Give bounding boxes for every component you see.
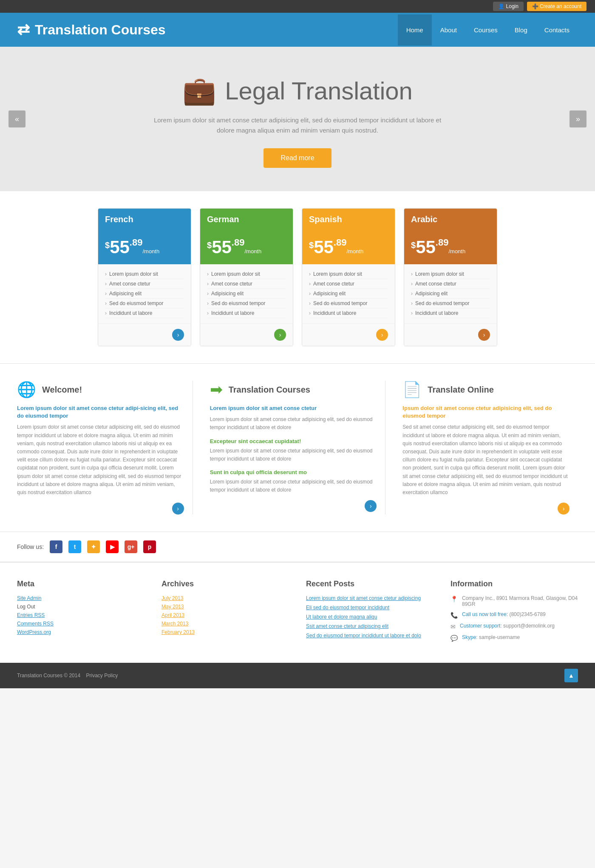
pricing-card-header-spanish: Spanish: [302, 209, 395, 230]
footer-recent-post-2[interactable]: Eli sed do eiusmod tempor incididunt: [306, 605, 434, 611]
pricing-features-arabic: Lorem ipsum dolor sit Amet conse ctetur …: [404, 264, 497, 323]
follow-section: Follow us: f t ✦ ▶ g+ p: [0, 532, 595, 562]
footer-info-skype: 💬 Skype: sample-username: [450, 634, 578, 642]
footer-recent-post-1[interactable]: Lorem ipsum dolor sit amet conse ctetur …: [306, 595, 434, 601]
nav-blog[interactable]: Blog: [506, 14, 536, 45]
pinterest-icon[interactable]: p: [143, 540, 156, 553]
pricing-card-footer-spanish: ›: [302, 323, 395, 346]
footer-info-address: 📍 Company Inc., 8901 Marmora Road, Glasg…: [450, 595, 578, 607]
info-col-welcome: 🌐 Welcome! Lorem ipsum dolor sit amet co…: [17, 381, 193, 515]
footer-archive-april[interactable]: April 2013: [162, 612, 289, 618]
footer-recent-post-4[interactable]: Ssit amet conse ctetur adipiscing elit: [306, 623, 434, 629]
footer-archive-may[interactable]: May 2013: [162, 604, 289, 610]
follow-label: Follow us:: [17, 543, 44, 550]
privacy-policy-link[interactable]: Privacy Policy: [86, 673, 118, 679]
hero-title: 💼 Legal Translation: [182, 75, 413, 107]
footer-link-site-admin[interactable]: Site Admin: [17, 595, 144, 601]
hero-description: Lorem ipsum dolor sit amet conse ctetur …: [149, 115, 446, 136]
info-col-subtext2-courses: Lorem ipsum dolor sit amet conse ctetur …: [210, 478, 377, 494]
info-arrow-courses[interactable]: ›: [365, 500, 377, 512]
info-col-subtitle-welcome: Lorem ipsum dolor sit amet conse ctetur …: [17, 404, 184, 420]
hero-read-more-button[interactable]: Read more: [264, 148, 331, 168]
footer-col-recent: Recent Posts Lorem ipsum dolor sit amet …: [306, 580, 434, 646]
info-col-subtext1-courses: Lorem ipsum dolor sit amet conse ctetur …: [210, 447, 377, 463]
create-account-button[interactable]: ➕ Create an account: [527, 2, 586, 11]
footer-link-entries-rss[interactable]: Entries RSS: [17, 612, 144, 618]
info-col-subtitle-online: Ipsum dolor sit amet conse ctetur adipis…: [402, 404, 570, 420]
site-title: Translation Courses: [35, 22, 166, 38]
site-header: ⇄ Translation Courses Home About Courses…: [0, 13, 595, 47]
facebook-icon[interactable]: f: [50, 540, 62, 553]
footer-archive-march[interactable]: March 2013: [162, 621, 289, 627]
pricing-card-cta-french[interactable]: ›: [172, 329, 184, 341]
pricing-card-french: French $55.89/month Lorem ipsum dolor si…: [98, 208, 191, 346]
back-to-top-button[interactable]: ▲: [564, 669, 578, 682]
feature-item: Sed do eiusmod tempor: [207, 299, 286, 308]
pricing-card-cta-arabic[interactable]: ›: [478, 329, 490, 341]
googleplus-icon[interactable]: g+: [125, 540, 137, 553]
footer-info-phone: 📞 Call us now toll free: (800)2345-6789: [450, 611, 578, 619]
feature-item: Lorem ipsum dolor sit: [411, 269, 490, 279]
feature-item: Incididunt ut labore: [411, 308, 490, 318]
nav-courses[interactable]: Courses: [465, 14, 506, 45]
nav-contacts[interactable]: Contacts: [536, 14, 578, 45]
footer-col-info: Information 📍 Company Inc., 8901 Marmora…: [450, 580, 578, 646]
pricing-card-cta-spanish[interactable]: ›: [376, 329, 388, 341]
footer-recent-post-3[interactable]: Ut labore et dolore magna aliqu: [306, 614, 434, 620]
site-logo[interactable]: ⇄ Translation Courses: [17, 21, 166, 39]
youtube-icon[interactable]: ▶: [106, 540, 119, 553]
info-section: 🌐 Welcome! Lorem ipsum dolor sit amet co…: [0, 363, 595, 532]
feature-item: Amet conse ctetur: [411, 279, 490, 289]
twitter-icon[interactable]: t: [68, 540, 81, 553]
copyright: Translation Courses © 2014 Privacy Polic…: [17, 673, 118, 679]
pricing-section: French $55.89/month Lorem ipsum dolor si…: [0, 191, 595, 363]
hero-icon: 💼: [182, 75, 216, 107]
pricing-card-footer-german: ›: [200, 323, 293, 346]
feature-item: Amet conse ctetur: [309, 279, 388, 289]
info-arrow-online[interactable]: ›: [558, 503, 570, 515]
info-arrow-welcome[interactable]: ›: [172, 503, 184, 515]
login-button[interactable]: 👤 Login: [493, 2, 524, 11]
feature-item: Lorem ipsum dolor sit: [309, 269, 388, 279]
info-col-footer-courses: ›: [210, 500, 377, 512]
pricing-price-arabic: $55.89/month: [404, 230, 497, 264]
footer-archive-february[interactable]: February 2013: [162, 629, 289, 635]
footer-col-meta: Meta Site Admin Log Out Entries RSS Comm…: [17, 580, 144, 646]
footer-link-logout[interactable]: Log Out: [17, 604, 144, 610]
nav-home[interactable]: Home: [398, 14, 432, 45]
footer-recent-post-5[interactable]: Sed do eiusmod tempor incididunt ut labo…: [306, 633, 434, 639]
footer-widgets: Meta Site Admin Log Out Entries RSS Comm…: [0, 562, 595, 663]
pricing-card-header-french: French: [98, 209, 191, 230]
feature-item: Adipisicing elit: [309, 289, 388, 299]
info-col-title-online: Translate Online: [428, 385, 494, 395]
pricing-card-footer-arabic: ›: [404, 323, 497, 346]
rss-icon[interactable]: ✦: [87, 540, 100, 553]
pricing-features-german: Lorem ipsum dolor sit Amet conse ctetur …: [200, 264, 293, 323]
footer-info-email: ✉ Customer support: support@demolink.org: [450, 623, 578, 630]
pricing-price-german: $55.89/month: [200, 230, 293, 264]
info-col-subtitle-courses: Lorem ipsum dolor sit amet conse ctetur: [210, 404, 377, 412]
info-col-subheading1-courses: Excepteur sint occaecat cupidatat!: [210, 438, 377, 444]
hero-section: « 💼 Legal Translation Lorem ipsum dolor …: [0, 47, 595, 191]
footer-archive-july[interactable]: July 2013: [162, 595, 289, 601]
pricing-card-cta-german[interactable]: ›: [274, 329, 286, 341]
info-col-footer-welcome: ›: [17, 503, 184, 515]
info-col-header-courses: ➡ Translation Courses: [210, 381, 377, 399]
info-col-footer-online: ›: [402, 503, 570, 515]
bottom-bar: Translation Courses © 2014 Privacy Polic…: [0, 663, 595, 688]
info-col-body-courses: Lorem ipsum dolor sit amet conse ctetur …: [210, 416, 377, 432]
phone-icon: 📞: [450, 612, 458, 619]
feature-item: Lorem ipsum dolor sit: [207, 269, 286, 279]
footer-link-wordpress[interactable]: WordPress.org: [17, 629, 144, 635]
feature-item: Adipisicing elit: [207, 289, 286, 299]
info-col-body-welcome: Lorem ipsum dolor sit amet conse ctetur …: [17, 423, 184, 497]
info-col-header-welcome: 🌐 Welcome!: [17, 381, 184, 399]
footer-link-comments-rss[interactable]: Comments RSS: [17, 621, 144, 627]
feature-item: Adipisicing elit: [105, 289, 184, 299]
hero-next-arrow[interactable]: »: [570, 110, 586, 127]
feature-item: Sed do eiusmod tempor: [105, 299, 184, 308]
pricing-price-french: $55.89/month: [98, 230, 191, 264]
hero-prev-arrow[interactable]: «: [8, 110, 26, 127]
nav-about[interactable]: About: [432, 14, 465, 45]
pricing-card-header-arabic: Arabic: [404, 209, 497, 230]
